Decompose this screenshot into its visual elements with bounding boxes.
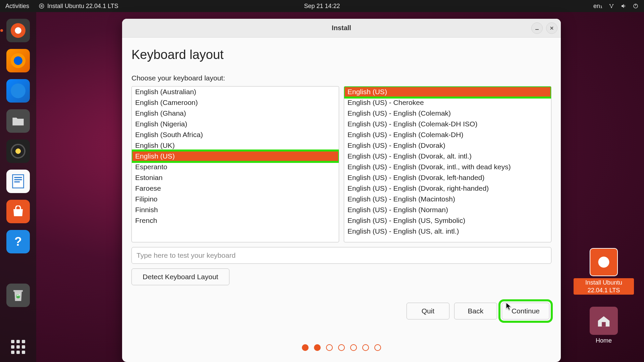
gnome-topbar: Activities Install Ubuntu 22.04.1 LTS Se… [0,0,644,12]
pager-dot [362,344,369,351]
list-item[interactable]: English (US) - English (Colemak-DH ISO) [344,119,551,129]
list-item[interactable]: English (US) - English (US, Symbolic) [344,215,551,226]
dock-rhythmbox[interactable] [6,139,30,163]
svg-point-1 [41,5,43,7]
dock-ubuntu-software[interactable] [6,200,30,223]
dock-trash[interactable] [6,284,30,307]
pager-dot [302,344,309,351]
list-item[interactable]: English (US) - English (Colemak-DH) [344,129,551,140]
folder-icon [11,115,25,127]
power-icon[interactable] [633,3,639,9]
list-item[interactable]: English (US) - English (Norman) [344,204,551,215]
keyboard-test-input[interactable] [131,247,551,264]
layout-variant-list[interactable]: English (US)English (US) - CherokeeEngli… [344,86,551,242]
dock-files[interactable] [6,109,30,133]
desktop-icon-home[interactable]: Home [590,307,618,345]
desktop-icons: Install Ubuntu 22.04.1 LTS Home [574,248,634,345]
window-titlebar[interactable]: Install [122,19,561,38]
dock-ubiquity-installer[interactable] [6,19,30,42]
trash-icon [12,289,24,302]
list-item[interactable]: English (UK) [132,140,339,151]
list-item[interactable]: English (US) [132,151,339,162]
list-item[interactable]: English (Australian) [132,86,339,97]
step-pager [131,344,551,351]
disc-icon [590,248,618,276]
list-item[interactable]: English (Ghana) [132,108,339,119]
desktop-icon-label: Install Ubuntu 22.04.1 LTS [574,278,634,295]
document-icon [11,174,25,189]
mouse-cursor [506,302,512,310]
window-title: Install [332,24,351,32]
detect-keyboard-button[interactable]: Detect Keyboard Layout [131,268,229,285]
quit-button[interactable]: Quit [407,303,449,319]
list-item[interactable]: English (US) - English (Dvorak, left-han… [344,172,551,183]
list-item[interactable]: French [132,215,339,226]
bag-icon [11,205,25,218]
minimize-icon [535,26,539,31]
input-language-indicator[interactable]: en₁ [593,2,602,10]
list-item[interactable]: Filipino [132,194,339,204]
question-icon: ? [14,235,22,249]
svg-rect-13 [602,322,606,326]
network-icon[interactable] [608,3,614,9]
pager-dot [338,344,345,351]
list-item[interactable]: English (US) - English (Macintosh) [344,194,551,204]
svg-rect-10 [14,181,20,182]
list-item[interactable]: English (Cameroon) [132,97,339,108]
layout-language-list[interactable]: English (Australian)English (Cameroon)En… [131,86,339,242]
dock-help[interactable]: ? [6,230,30,253]
desktop-icon-label: Home [596,337,612,345]
home-folder-icon [590,307,618,335]
volume-icon[interactable] [621,3,627,9]
svg-rect-11 [13,290,23,292]
topbar-install-indicator[interactable]: Install Ubuntu 22.04.1 LTS [39,3,118,10]
list-item[interactable]: English (US) - English (Dvorak, alt. int… [344,151,551,162]
list-item[interactable]: English (US) - English (Colemak) [344,108,551,119]
clock[interactable]: Sep 21 14:22 [304,3,340,10]
svg-point-0 [39,4,44,8]
list-item[interactable]: English (US) [344,86,551,97]
list-item[interactable]: English (US) - Cherokee [344,97,551,108]
pager-dot [350,344,357,351]
back-button[interactable]: Back [454,303,497,319]
list-item[interactable]: Esperanto [132,162,339,172]
svg-rect-9 [14,179,22,180]
list-item[interactable]: English (South Africa) [132,129,339,140]
list-item[interactable]: English (Nigeria) [132,119,339,129]
window-minimize-button[interactable] [531,22,543,34]
dock-thunderbird[interactable] [6,79,30,103]
dock-libreoffice-writer[interactable] [6,170,30,193]
pager-dot [326,344,333,351]
list-item[interactable]: English (US) - English (US, alt. intl.) [344,226,551,237]
topbar-install-label: Install Ubuntu 22.04.1 LTS [47,3,118,10]
list-item[interactable]: Faroese [132,183,339,194]
page-heading: Keyboard layout [131,48,551,62]
installer-window: Install Keyboard layout Choose your keyb… [122,19,561,362]
list-item[interactable]: Estonian [132,172,339,183]
choose-layout-label: Choose your keyboard layout: [131,74,551,82]
activities-button[interactable]: Activities [5,3,29,10]
list-item[interactable]: English (US) - English (Dvorak) [344,140,551,151]
list-item[interactable]: Finnish [132,204,339,215]
dock: ? [0,12,36,362]
list-item[interactable]: English (US) - English (Dvorak, right-ha… [344,183,551,194]
close-icon [549,26,554,31]
list-item[interactable]: English (US) - English (Dvorak, intl., w… [344,162,551,172]
desktop-icon-install-ubuntu[interactable]: Install Ubuntu 22.04.1 LTS [574,248,634,295]
svg-rect-8 [14,177,22,178]
pager-dot [314,344,321,351]
dock-firefox[interactable] [6,49,30,72]
dock-show-apps[interactable] [11,340,25,354]
pager-dot [374,344,381,351]
window-close-button[interactable] [546,22,557,34]
disc-icon [39,3,45,9]
